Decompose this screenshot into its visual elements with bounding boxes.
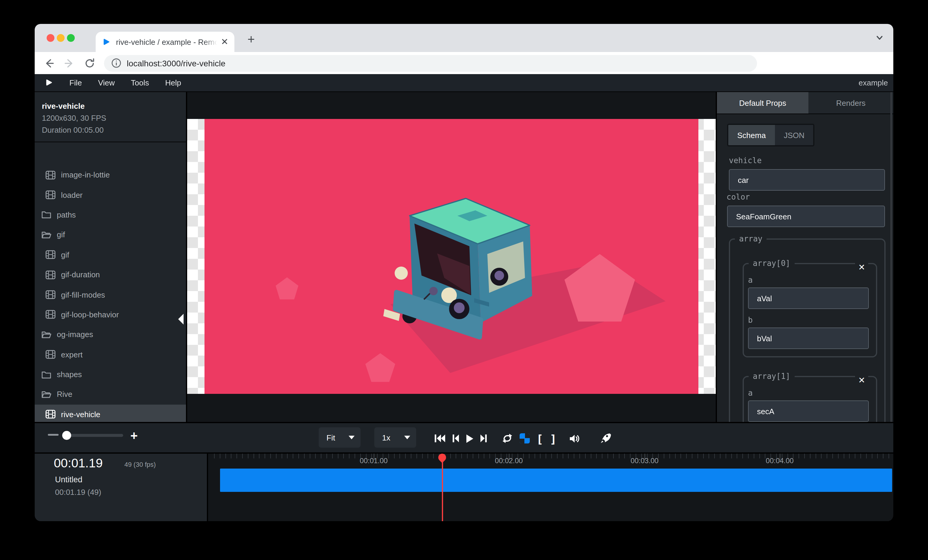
- film-icon: [46, 310, 56, 320]
- sidebar-item-label: gif: [61, 250, 69, 259]
- tab-search-chevron-icon[interactable]: [875, 33, 884, 42]
- fit-dropdown[interactable]: Fit: [319, 427, 360, 447]
- zoom-out-button[interactable]: [48, 434, 59, 436]
- sidebar-item-gif-loop-behavior[interactable]: gif-loop-behavior: [35, 304, 186, 324]
- tab-close-icon[interactable]: ✕: [221, 37, 228, 47]
- array-1-a-input[interactable]: [748, 400, 869, 422]
- playback-controls: [ ]: [434, 423, 618, 453]
- film-icon: [46, 190, 56, 199]
- browser-tab[interactable]: rive-vehicle / example - Remot ✕: [96, 32, 234, 52]
- color-input[interactable]: [727, 205, 885, 227]
- sidebar-item-label: gif: [57, 230, 65, 239]
- zoom-window-button[interactable]: [67, 34, 75, 42]
- transparency-toggle-button[interactable]: [520, 433, 530, 443]
- url-field[interactable]: localhost:3000/rive-vehicle: [104, 55, 757, 72]
- back-icon[interactable]: [43, 57, 55, 69]
- props-panel: Default Props Renders Schema JSON vehicl…: [716, 92, 893, 422]
- current-frame-info: 49 (30 fps): [124, 461, 156, 468]
- sidebar-item-expert[interactable]: expert: [35, 345, 186, 365]
- track-duration: 00:01.19 (49): [55, 488, 101, 497]
- out-point-button[interactable]: ]: [550, 432, 557, 445]
- sidebar-item-rive-vehicle[interactable]: rive-vehicle: [35, 404, 186, 425]
- props-panel-scrollbar[interactable]: [890, 92, 892, 422]
- tab-default-props[interactable]: Default Props: [717, 92, 808, 114]
- loop-toggle-button[interactable]: [502, 433, 513, 443]
- schema-json-toggle: Schema JSON: [727, 124, 815, 146]
- in-point-button[interactable]: [: [536, 432, 543, 445]
- play-button[interactable]: [466, 434, 473, 443]
- remove-array-0-icon[interactable]: ✕: [855, 261, 868, 273]
- field-label-b: b: [748, 315, 876, 324]
- compositions-sidebar: rive-vehicle 1200x630, 30 FPS Duration 0…: [35, 92, 187, 422]
- sidebar-folder-og-images[interactable]: og-images: [35, 324, 186, 345]
- sidebar-folder-rive[interactable]: Rive: [35, 385, 186, 405]
- main-area: rive-vehicle 1200x630, 30 FPS Duration 0…: [35, 92, 893, 422]
- remotion-favicon-icon: [102, 37, 111, 46]
- menu-tools[interactable]: Tools: [131, 78, 149, 87]
- reload-icon[interactable]: [84, 57, 96, 69]
- vehicle-input[interactable]: [729, 169, 885, 191]
- folder-icon: [41, 210, 52, 220]
- rocket-button[interactable]: [600, 433, 611, 444]
- forward-icon[interactable]: [63, 57, 75, 69]
- composition-duration: Duration 00:05.00: [42, 125, 186, 134]
- preview-canvas: [187, 92, 716, 422]
- volume-button[interactable]: [569, 434, 581, 443]
- menu-view[interactable]: View: [98, 78, 115, 87]
- previous-frame-button[interactable]: [452, 434, 459, 443]
- sidebar-folder-gif[interactable]: gif: [35, 225, 186, 245]
- sidebar-item-label: Rive: [57, 390, 72, 399]
- app-menu-bar: File View Tools Help example: [35, 74, 893, 92]
- sidebar-item-loader[interactable]: loader: [35, 185, 186, 205]
- menu-help[interactable]: Help: [165, 78, 182, 87]
- array-0-a-input[interactable]: [748, 288, 869, 309]
- sidebar-item-image-in-lottie[interactable]: image-in-lottie: [35, 165, 186, 185]
- toggle-json[interactable]: JSON: [775, 125, 813, 145]
- speed-dropdown-label: 1x: [382, 433, 404, 442]
- sidebar-item-label: gif-fill-modes: [61, 290, 105, 299]
- sidebar-item-label: image-in-lottie: [61, 170, 110, 179]
- sidebar-item-gif[interactable]: gif: [35, 245, 186, 265]
- sidebar-folder-shapes[interactable]: shapes: [35, 365, 186, 385]
- remotion-logo-icon[interactable]: [44, 78, 53, 87]
- zoom-slider-thumb[interactable]: [62, 431, 71, 440]
- ruler-label: 00:03.00: [630, 457, 658, 465]
- sidebar-item-label: paths: [57, 210, 76, 219]
- minimize-window-button[interactable]: [57, 34, 64, 42]
- tab-renders[interactable]: Renders: [808, 92, 893, 114]
- sidebar-item-gif-duration[interactable]: gif-duration: [35, 265, 186, 285]
- sidebar-item-label: og-images: [57, 330, 93, 339]
- browser-window: rive-vehicle / example - Remot ✕ +: [35, 24, 893, 521]
- timeline-ruler[interactable]: 00:01.00 00:02.00 00:03.00 00:04.00: [208, 453, 893, 470]
- film-icon: [46, 250, 56, 260]
- folder-open-icon: [41, 330, 52, 339]
- field-label-a: a: [748, 275, 876, 285]
- field-label-color: color: [727, 192, 750, 201]
- tab-title: rive-vehicle / example - Remot: [116, 37, 217, 46]
- toggle-schema[interactable]: Schema: [728, 125, 775, 145]
- array-0-b-input[interactable]: [748, 327, 869, 349]
- canvas-zoom-slider[interactable]: [63, 434, 123, 437]
- timeline-track-bar[interactable]: [220, 469, 892, 492]
- sidebar-folder-paths[interactable]: paths: [35, 205, 186, 225]
- composition-list: image-in-lottie loader paths gif: [35, 165, 186, 422]
- film-icon: [46, 290, 56, 300]
- close-window-button[interactable]: [47, 34, 54, 42]
- next-frame-button[interactable]: [480, 434, 487, 443]
- chevron-down-icon: [404, 436, 410, 442]
- film-icon: [46, 170, 56, 180]
- sidebar-collapse-arrow-icon[interactable]: [178, 314, 183, 324]
- zoom-in-button[interactable]: +: [130, 429, 138, 443]
- sidebar-item-gif-fill-modes[interactable]: gif-fill-modes: [35, 285, 186, 305]
- menu-file[interactable]: File: [69, 78, 82, 87]
- remove-array-1-icon[interactable]: ✕: [855, 374, 868, 386]
- film-icon: [46, 410, 56, 419]
- playhead-line[interactable]: [442, 458, 443, 521]
- project-name-label: example: [859, 78, 888, 87]
- site-info-icon[interactable]: [111, 58, 121, 68]
- speed-dropdown[interactable]: 1x: [374, 427, 416, 447]
- folder-open-icon: [41, 230, 52, 240]
- new-tab-button[interactable]: +: [243, 31, 259, 48]
- timeline: 00:01.19 49 (30 fps) Untitled 00:01.19 (…: [35, 453, 893, 521]
- skip-to-start-button[interactable]: [434, 434, 446, 443]
